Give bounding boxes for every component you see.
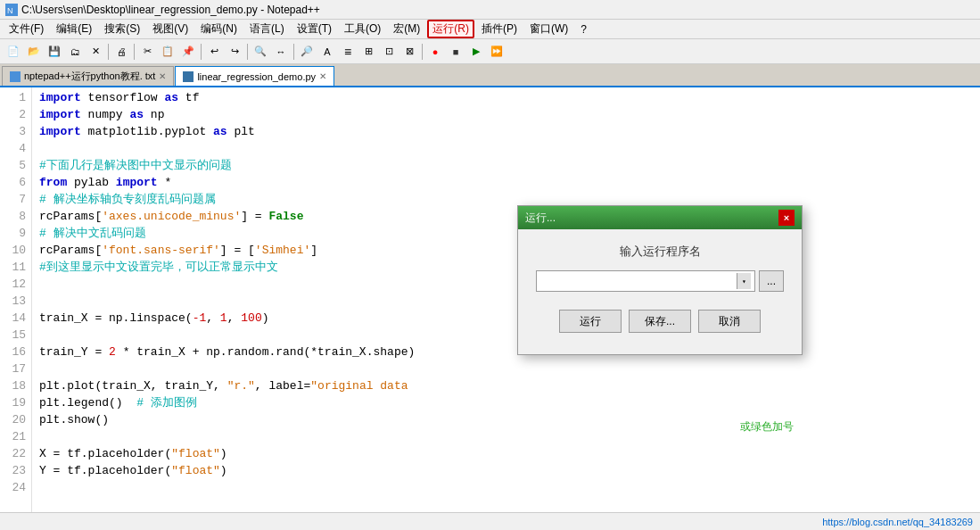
- program-input-combo[interactable]: ▾: [536, 270, 755, 292]
- combo-dropdown-arrow[interactable]: ▾: [737, 273, 751, 289]
- run-dialog: 运行... × 输入运行程序名 ▾ ... 运行 保存... 取消: [517, 205, 803, 355]
- program-name-input[interactable]: [540, 275, 737, 287]
- run-dialog-content: 输入运行程序名 ▾ ... 运行 保存... 取消: [518, 229, 802, 354]
- run-execute-button[interactable]: 运行: [559, 310, 622, 333]
- dialog-overlay: 或绿色加号 运行... × 输入运行程序名 ▾ ... 运行 保存... 取消: [0, 0, 980, 530]
- green-note: 或绿色加号: [740, 419, 794, 435]
- input-row: ▾ ...: [536, 270, 784, 292]
- run-dialog-title: 运行...: [525, 211, 556, 226]
- run-dialog-label: 输入运行程序名: [536, 244, 784, 260]
- cancel-button[interactable]: 取消: [698, 310, 761, 333]
- save-button[interactable]: 保存...: [629, 310, 691, 333]
- dialog-buttons: 运行 保存... 取消: [536, 306, 784, 340]
- run-dialog-close-button[interactable]: ×: [778, 210, 795, 226]
- browse-button[interactable]: ...: [759, 270, 784, 292]
- run-dialog-titlebar: 运行... ×: [518, 206, 802, 229]
